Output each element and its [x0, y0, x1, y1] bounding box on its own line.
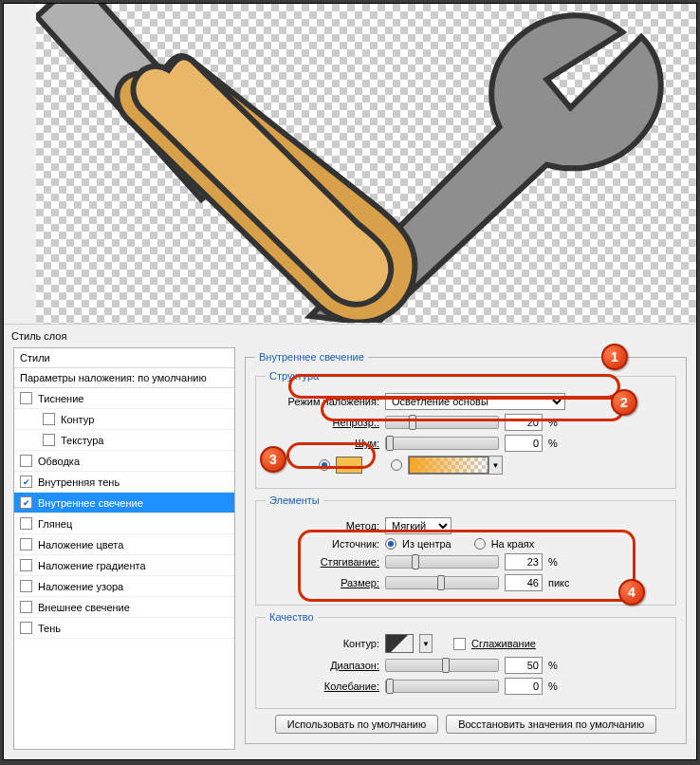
checkbox[interactable]: ✔ — [20, 476, 32, 488]
choke-slider[interactable] — [385, 555, 499, 569]
range-label[interactable]: Диапазон: — [266, 660, 379, 671]
chevron-down-icon[interactable]: ▼ — [419, 634, 433, 653]
panel-title: Внутреннее свечение — [255, 351, 368, 363]
jitter-input[interactable] — [505, 678, 543, 695]
choke-input[interactable] — [505, 553, 543, 570]
noise-input[interactable] — [505, 435, 543, 452]
effect-stroke[interactable]: Обводка — [14, 451, 234, 472]
blend-mode-select[interactable]: Осветление основы — [385, 393, 565, 410]
checkbox[interactable] — [20, 601, 32, 613]
quality-group: Качество Контур: ▼ Сглаживание Диапазон: — [255, 611, 676, 709]
method-select[interactable]: Мягкий — [385, 517, 451, 534]
styles-list: Стили Параметры наложения: по умолчанию … — [13, 347, 235, 750]
effect-contour[interactable]: Контур — [14, 409, 234, 430]
effect-texture[interactable]: Текстура — [14, 430, 234, 451]
effect-label: Наложение градиента — [38, 560, 146, 571]
checkbox[interactable]: ✔ — [20, 496, 32, 509]
pct-label: % — [548, 660, 558, 671]
gradient-radio[interactable] — [391, 459, 402, 471]
pct-label: % — [548, 681, 558, 692]
effect-label: Текстура — [61, 435, 103, 446]
pct-label: % — [548, 417, 558, 428]
antialias-checkbox[interactable] — [453, 638, 466, 650]
effect-label: Внутреннее свечение — [38, 497, 143, 509]
checkbox[interactable] — [20, 455, 32, 467]
callout-1: 1 — [601, 344, 628, 370]
checkbox[interactable] — [20, 580, 32, 592]
effect-label: Контур — [61, 414, 94, 425]
effect-gradient-overlay[interactable]: Наложение градиента — [14, 555, 234, 576]
noise-slider[interactable] — [385, 437, 499, 450]
effect-emboss[interactable]: Тиснение — [14, 388, 234, 409]
noise-label[interactable]: Шум: — [266, 438, 379, 449]
effect-label: Наложение узора — [38, 581, 123, 592]
callout-4: 4 — [618, 579, 645, 606]
effect-satin[interactable]: Глянец — [14, 513, 234, 534]
contour-label: Контур: — [266, 638, 379, 649]
elements-legend: Элементы — [266, 494, 323, 506]
color-radio[interactable] — [319, 459, 330, 471]
method-label: Метод: — [266, 520, 379, 532]
checkbox[interactable] — [43, 413, 55, 425]
effect-drop-shadow[interactable]: Тень — [14, 618, 234, 639]
quality-legend: Качество — [266, 611, 318, 623]
source-label: Источник: — [266, 538, 379, 550]
effect-label: Тень — [38, 623, 61, 634]
canvas-area — [4, 4, 696, 324]
styles-header[interactable]: Стили — [14, 348, 234, 368]
checkbox[interactable] — [20, 559, 32, 571]
checkbox[interactable] — [20, 517, 32, 530]
structure-group: Структура Режим наложения: Осветление ос… — [255, 370, 676, 489]
callout-2: 2 — [611, 389, 637, 416]
color-swatch[interactable] — [336, 457, 362, 474]
range-input[interactable] — [505, 657, 543, 674]
px-label: пикс — [548, 577, 570, 588]
effect-outer-glow[interactable]: Внешнее свечение — [14, 597, 234, 618]
checkbox[interactable] — [20, 392, 32, 404]
layer-style-dialog: Стиль слоя Стили Параметры наложения: по… — [4, 324, 696, 759]
source-center-radio[interactable] — [385, 538, 396, 550]
settings-panel: 1 2 3 4 Внутреннее свечение Структура Ре… — [245, 347, 687, 750]
gradient-picker[interactable]: ▼ — [408, 456, 503, 475]
effect-label: Внешнее свечение — [38, 602, 130, 613]
effect-color-overlay[interactable]: Наложение цвета — [14, 534, 234, 555]
effect-label: Обводка — [38, 456, 80, 467]
source-edge-label: На краях — [491, 538, 535, 550]
tools-artwork — [36, 4, 696, 323]
contour-picker[interactable] — [385, 634, 414, 653]
pct-label: % — [548, 556, 558, 568]
source-center-label: Из центра — [402, 538, 451, 550]
pct-label: % — [548, 438, 558, 449]
size-input[interactable] — [505, 574, 543, 591]
size-slider[interactable] — [385, 576, 499, 589]
effect-label: Тиснение — [38, 393, 83, 404]
chevron-down-icon[interactable]: ▼ — [488, 457, 502, 474]
effect-pattern-overlay[interactable]: Наложение узора — [14, 576, 234, 597]
reset-default-button[interactable]: Восстановить значения по умолчанию — [446, 715, 656, 734]
source-edge-radio[interactable] — [474, 538, 486, 550]
checkbox[interactable] — [20, 538, 32, 550]
opacity-label[interactable]: Непрозр.: — [266, 417, 379, 428]
effect-inner-shadow[interactable]: ✔Внутренняя тень — [14, 472, 234, 493]
blending-options-header[interactable]: Параметры наложения: по умолчанию — [14, 368, 234, 388]
blend-mode-label: Режим наложения: — [266, 396, 379, 407]
dialog-title: Стиль слоя — [4, 325, 696, 347]
jitter-label[interactable]: Колебание: — [266, 681, 379, 692]
range-slider[interactable] — [385, 659, 499, 672]
checkbox[interactable] — [20, 622, 32, 634]
effect-label: Глянец — [38, 518, 72, 530]
structure-legend: Структура — [266, 370, 322, 382]
effect-inner-glow[interactable]: ✔Внутреннее свечение — [14, 493, 234, 513]
effect-label: Наложение цвета — [38, 539, 123, 550]
opacity-input[interactable] — [505, 414, 543, 431]
opacity-slider[interactable] — [385, 416, 499, 429]
make-default-button[interactable]: Использовать по умолчанию — [275, 715, 438, 734]
choke-label[interactable]: Стягивание: — [266, 556, 379, 568]
checkbox[interactable] — [43, 434, 55, 446]
size-label[interactable]: Размер: — [266, 577, 379, 588]
elements-group: Элементы Метод: Мягкий Источник: Из цент… — [255, 494, 676, 606]
jitter-slider[interactable] — [385, 680, 499, 693]
effect-label: Внутренняя тень — [38, 476, 120, 488]
callout-3: 3 — [260, 446, 286, 473]
antialias-label: Сглаживание — [471, 638, 536, 649]
